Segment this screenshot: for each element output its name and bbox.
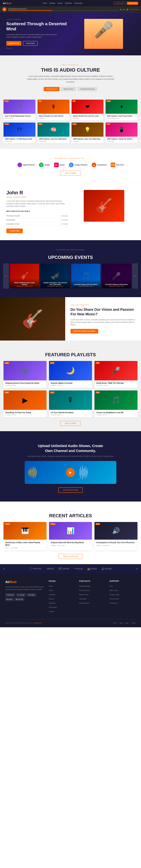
- list-item: Community: [49, 606, 75, 609]
- hero-listen-button[interactable]: Listen Now: [6, 41, 21, 46]
- platform-deezer[interactable]: Dz Deezer: [54, 163, 65, 167]
- list-item[interactable]: 🧠Mind GRIP Galactic: Send Your Mind Easy…: [38, 123, 69, 143]
- playlist-card[interactable]: ▶NEW Something To Keep You Going5 Tracks…: [3, 391, 46, 417]
- article-card[interactable]: 🎹MUSIC Anniversary of Elton John's Most …: [3, 522, 46, 550]
- list-item: Channels: [49, 601, 75, 604]
- playlist-card[interactable]: 🎵TOP I Guess my Neighbours Love Me9 Trac…: [95, 391, 138, 417]
- passion-title: Do You Share Our Vision and Passion For …: [71, 307, 136, 316]
- login-button[interactable]: Login/Register: [114, 2, 126, 5]
- event-card[interactable]: Graceful Songs and Live Music Friday 8th…: [71, 264, 101, 288]
- social-google[interactable]: G+ Google: [16, 593, 26, 597]
- footer-link[interactable]: Events: [49, 598, 54, 600]
- nav-events[interactable]: Events: [58, 2, 63, 4]
- playlists-see-all-button[interactable]: SEE ALL MORE: [60, 421, 80, 426]
- audio-culture-label: —— Why Choose Us ——: [5, 64, 136, 66]
- social-twitter[interactable]: 🐦 Twitter: [27, 593, 36, 597]
- platform-rss[interactable]: RSS RSS Feed: [111, 163, 124, 167]
- footer-top: AirBeat Lorem ipsum dolor sit amet, cons…: [5, 580, 136, 614]
- platform-google[interactable]: G Google Podcasts: [69, 163, 87, 167]
- footer-bottom-contact[interactable]: Contact: [131, 622, 136, 624]
- list-item[interactable]: 🎵Music How To Build Making Bad ChoicesGR…: [3, 100, 35, 120]
- footer-link[interactable]: Contact Us: [110, 602, 117, 604]
- footer: AirBeat Lorem ipsum dolor sit amet, cons…: [0, 573, 141, 627]
- event-card[interactable]: Rock & Roll at Honor Kodo Theatre Saturd…: [10, 264, 39, 288]
- footer-bottom-about[interactable]: About: [119, 622, 123, 624]
- playlist-card[interactable]: 🎼NEW Amazing Stories From Around the Glo…: [3, 361, 46, 388]
- footer-link[interactable]: Popular Shows: [79, 590, 90, 591]
- sponsors-next-button[interactable]: ›: [137, 567, 138, 570]
- platform-apple[interactable]: 🎵 Apple Podcasts: [17, 163, 35, 167]
- hero-subscribe-button[interactable]: Subscribe: [23, 41, 38, 46]
- playlist-item-plays: 1.5k plays: [61, 215, 68, 217]
- player-next-button[interactable]: ⏭: [123, 8, 125, 10]
- footer-link[interactable]: Home: [49, 585, 53, 587]
- event-card[interactable]: Garden Orchestra: The Concert You Likes …: [40, 264, 70, 288]
- list-item[interactable]: 💡Ideas GRIP Galactic: Save Your Mind Eas…: [72, 123, 103, 143]
- footer-link[interactable]: Top Rated: [79, 598, 86, 600]
- articles-see-all-button[interactable]: VIEW ALL ARTICLES: [59, 554, 83, 559]
- article-card[interactable]: 📊NEWS Analysis About the Most Exciting M…: [49, 522, 92, 550]
- footer-link[interactable]: Channels: [49, 602, 56, 604]
- footer-link[interactable]: About: [49, 590, 53, 591]
- hero-image-person: 🎤: [84, 19, 123, 49]
- list-item[interactable]: 🛡Safety GRIP Galactic: To Hide Beyond Sa…: [3, 123, 35, 143]
- article-title: Analysis About the Most Exciting Music: [51, 541, 90, 544]
- footer-link[interactable]: New Releases: [79, 602, 90, 604]
- upload-play-button[interactable]: ▶: [66, 468, 75, 477]
- footer-link[interactable]: Editor's Picks: [79, 594, 89, 595]
- tab-top[interactable]: Top Rated Podcasts: [77, 87, 98, 91]
- nav-home[interactable]: Home: [43, 2, 47, 4]
- player-volume-icon[interactable]: 🔊: [127, 8, 129, 10]
- tab-editors[interactable]: Editor's Picks: [61, 87, 76, 91]
- social-vimeo[interactable]: ▶ Vimeo: [5, 598, 13, 601]
- player-play-button[interactable]: ▶: [2, 7, 6, 11]
- john-listen-button[interactable]: LISTEN NOW: [6, 228, 23, 233]
- playlist-item-title: Connection of love: [6, 223, 20, 225]
- footer-link[interactable]: Help Center: [110, 590, 118, 591]
- list-item: Editor's Picks: [79, 593, 105, 596]
- social-youtube[interactable]: ▶ YouTube: [14, 598, 25, 601]
- footer-link[interactable]: Contact: [49, 611, 54, 613]
- playlist-sub: 8 Tracks - 45 min: [51, 384, 90, 386]
- article-card[interactable]: 🔊HOT Consequence of Sound: Your Go-to Re…: [95, 522, 138, 550]
- footer-link[interactable]: FAQ: [110, 585, 113, 587]
- footer-link[interactable]: Latest Episodes: [79, 585, 91, 587]
- sponsor-logo-5: 📻RADIO: [87, 567, 97, 570]
- playlist-card[interactable]: 🎙HOT I'm Your Favorite President7 Tracks…: [49, 391, 92, 417]
- footer-link[interactable]: Podcasts: [49, 594, 55, 595]
- platform-spotify[interactable]: S Spotify: [39, 163, 50, 167]
- google-label: Google Podcasts: [74, 164, 87, 166]
- footer-link[interactable]: Community: [49, 607, 57, 608]
- footer-link[interactable]: Privacy Policy: [110, 594, 119, 595]
- player-prev-button[interactable]: ⏮: [120, 8, 122, 10]
- platform-soundcloud[interactable]: ☁ SoundCloud: [92, 163, 107, 167]
- footer-bottom-blog[interactable]: Blog: [126, 622, 128, 624]
- list-item[interactable]: 📱Tech GRIP Galactic: Trying The PhonesTe…: [106, 123, 138, 143]
- upload-free-button[interactable]: UPLOAD FOR FREE: [58, 488, 83, 493]
- podcast-grid-row2: 🛡Safety GRIP Galactic: To Hide Beyond Sa…: [0, 123, 141, 149]
- events-next-button[interactable]: ›: [133, 264, 138, 288]
- event-card[interactable]: Graceful Talents at Glen Ross Sunday 9th…: [102, 264, 131, 288]
- rss-icon: RSS: [111, 163, 115, 167]
- nav-channels[interactable]: Channels: [65, 2, 72, 4]
- events-prev-button[interactable]: ‹: [3, 264, 8, 288]
- list-item[interactable]: 🎙Talk Where Should You Seek Advice?Life …: [38, 100, 69, 120]
- playlist-card[interactable]: 🌙HOT Summer Nights w Friends8 Tracks - 4…: [49, 361, 92, 388]
- footer-link[interactable]: Terms of Use: [110, 598, 119, 600]
- article-info: Analysis About the Most Exciting MusicAn…: [49, 539, 92, 548]
- tab-download[interactable]: Download App: [44, 87, 60, 91]
- player-progress-bar[interactable]: [8, 10, 118, 11]
- playlist-card[interactable]: 🎤TOP South Bronx: 'Walk The Talk Rap'10 …: [95, 361, 138, 388]
- footer-bottom-home[interactable]: Home: [113, 622, 117, 624]
- passion-support-button[interactable]: SUPPORT OR DO US CHECK: [71, 329, 98, 334]
- footer-made-by[interactable]: Elitethemes: [35, 622, 42, 624]
- nav-community[interactable]: Community: [74, 2, 82, 4]
- see-all-button[interactable]: SEE ALL MORE: [60, 171, 80, 176]
- hero-image-box: 🎤: [84, 19, 123, 49]
- list-item[interactable]: ❤Life Where Should You Look For Love?Rom…: [72, 100, 103, 120]
- list-item[interactable]: ✈Travel GRIP Galactic: Good Travel Vibes…: [106, 100, 138, 120]
- upload-button[interactable]: Upload Show: [127, 2, 138, 5]
- nav-podcast[interactable]: Podcast: [49, 2, 55, 4]
- events-label2: —— ♦ ——: [3, 252, 138, 253]
- social-facebook[interactable]: f Facebook: [5, 593, 15, 597]
